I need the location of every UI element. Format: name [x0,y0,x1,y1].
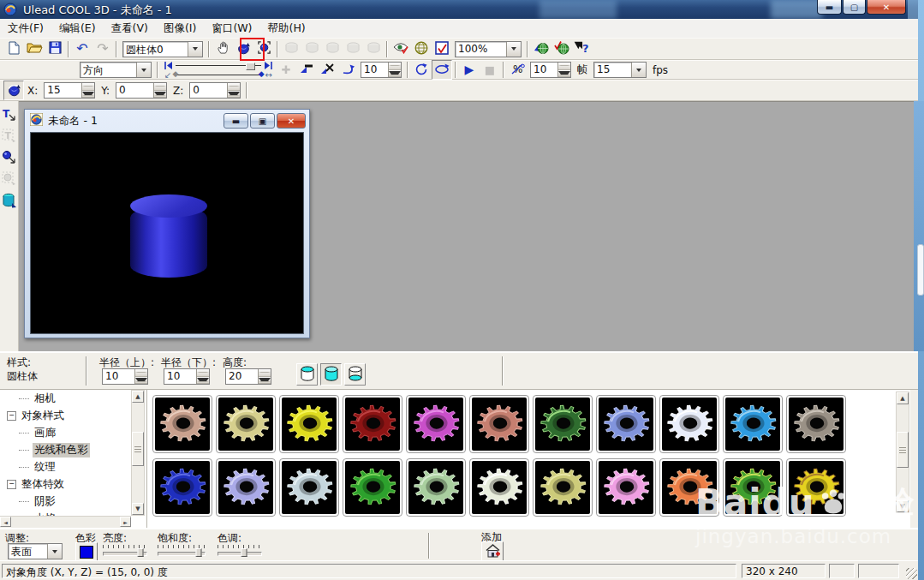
gear-preset-r1-c4[interactable] [343,395,402,453]
mode-combo[interactable]: 方向 [80,62,152,78]
keyframe-timeline[interactable]: ↙◆◆↔ [164,61,272,79]
doc-minimize-button[interactable]: ▬ [224,113,248,129]
spin-up-icon[interactable] [259,369,271,377]
cylinder-top-cap-button[interactable] [296,363,318,386]
gear-preset-r2-c8[interactable] [596,458,656,517]
zoom-combo[interactable]: 100% [455,41,522,57]
gear-preset-r1-c6[interactable] [469,395,529,453]
rotate-object-button[interactable] [3,81,24,100]
spin-down-icon[interactable] [558,70,570,78]
tree-collapse-icon[interactable]: − [7,411,16,421]
add-button[interactable] [481,541,504,562]
loop-value-spinner[interactable]: 10 [361,62,402,78]
slider-thumb[interactable] [195,548,201,557]
gear-preset-r2-c4[interactable] [343,458,402,517]
document-title-bar[interactable]: 未命名 - 1 [30,113,98,129]
document-window[interactable]: 未命名 - 1 ▬ ▣ ✕ [24,109,310,338]
slider-thumb[interactable] [241,548,247,557]
gear-preset-r2-c3[interactable] [279,458,339,517]
reverse-path-button[interactable] [337,60,358,80]
close-button[interactable]: ✕ [867,0,906,15]
chevron-down-icon[interactable] [188,42,202,57]
snip-frames-button[interactable]: % [507,60,528,80]
tree-collapse-icon[interactable]: − [7,480,16,489]
gear-preset-r1-c1[interactable] [152,395,212,453]
save-button[interactable] [45,39,65,59]
scroll-up-icon[interactable]: ▲ [132,391,144,403]
gear-preset-r2-c2[interactable] [216,458,276,517]
spin-down-icon[interactable] [135,377,147,385]
maximize-button[interactable]: ▢ [843,0,866,15]
gear-preset-r1-c9[interactable] [659,395,719,453]
object-combo[interactable]: 圆柱体0 [122,41,203,57]
gear-preset-r2-c9[interactable] [659,458,719,517]
scroll-right-icon[interactable]: ► [120,517,131,527]
spin-down-icon[interactable] [154,91,166,99]
delete-all-keyframes-button[interactable] [317,60,337,80]
insert-text-button[interactable]: T [1,106,18,125]
move-object-button[interactable] [253,39,274,59]
gear-preset-r2-c10[interactable] [723,458,783,517]
tree-item-对象样式[interactable]: −对象样式 [0,407,130,424]
color-swatch-button[interactable] [75,542,98,562]
gear-preset-r1-c8[interactable] [596,395,656,453]
spin-down-icon[interactable] [228,91,240,99]
gallery-vertical-scrollbar[interactable]: ▲ ▼ [896,392,909,513]
tree-item-纹理[interactable]: 纹理 [0,458,130,475]
spin-down-icon[interactable] [82,91,94,99]
cylinder-solid-button[interactable] [320,363,342,386]
fps-value[interactable]: 15 [593,62,647,78]
height-spinner[interactable]: 20 [225,368,271,385]
cylinder-object[interactable] [130,194,207,278]
play-button[interactable]: ▶ [459,60,480,80]
eye-check-button[interactable] [390,39,411,59]
menu-文件(F)[interactable]: 文件(F) [0,20,51,38]
cylinder-tool-button[interactable] [1,192,18,211]
menu-图像(I)[interactable]: 图像(I) [156,20,204,38]
web-globe-arrow-button[interactable] [531,39,551,59]
doc-close-button[interactable]: ✕ [277,113,306,129]
y-value-spinner[interactable]: 0 [116,82,167,99]
z-value-spinner[interactable]: 0 [189,82,241,99]
scroll-down-icon[interactable]: ▼ [132,503,144,515]
radius-bottom-spinner[interactable]: 10 [164,368,210,385]
web-globe-check-button[interactable] [551,39,572,59]
scroll-left-icon[interactable]: ◄ [0,517,11,527]
spin-down-icon[interactable] [197,377,209,385]
render-canvas[interactable] [30,132,304,334]
new-document-button[interactable] [3,39,24,59]
tree-vertical-scrollbar[interactable]: ▲ ▼ [131,390,145,516]
radius-top-spinner[interactable]: 10 [102,368,148,385]
gear-preset-r2-c7[interactable] [533,458,593,517]
spin-up-icon[interactable] [135,369,147,377]
chevron-down-icon[interactable] [631,63,646,77]
tree-horizontal-scrollbar[interactable]: ◄ ► [0,516,131,528]
rotate-object-button[interactable] [233,39,253,59]
spin-up-icon[interactable] [197,369,209,377]
gear-preset-r2-c11[interactable] [786,458,846,517]
menu-编辑(E)[interactable]: 编辑(E) [51,20,104,38]
open-folder-button[interactable] [24,39,45,59]
chevron-down-icon[interactable] [506,42,521,57]
help-pointer-button[interactable]: ? [572,39,593,59]
tree-item-光线和色彩[interactable]: 光线和色彩 [0,441,130,458]
saturation-slider[interactable] [158,545,206,557]
x-value-spinner[interactable]: 15 [44,82,95,99]
menu-查看(V)[interactable]: 查看(V) [104,20,156,38]
resize-grip[interactable] [906,568,917,579]
gear-preset-r2-c5[interactable] [406,458,466,517]
frames-value-spinner[interactable]: 10 [530,62,571,78]
menu-帮助(H)[interactable]: 帮助(H) [260,20,313,38]
undo-button[interactable]: ↶ [72,39,92,59]
surface-combo[interactable]: 表面 [8,543,63,559]
gear-preset-r1-c2[interactable] [216,395,276,453]
spin-up-icon[interactable] [228,83,240,91]
tree-scroll-thumb[interactable] [132,432,144,466]
insert-object-button[interactable] [1,149,18,168]
scroll-down-icon[interactable]: ▼ [897,500,909,512]
pan-hand-button[interactable] [212,39,233,59]
key-diamond-start[interactable]: ◆ [172,69,178,78]
spin-down-icon[interactable] [389,70,401,78]
loop-pingpong-button[interactable] [432,60,452,80]
gallery-scroll-thumb[interactable] [897,432,909,468]
